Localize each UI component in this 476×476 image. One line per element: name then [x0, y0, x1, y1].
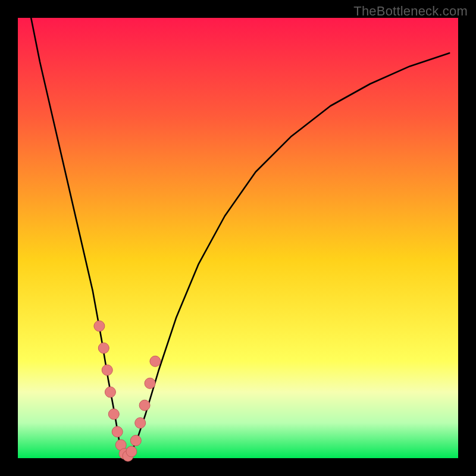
data-marker: [150, 356, 161, 367]
data-marker: [130, 435, 141, 446]
data-marker: [102, 365, 112, 375]
data-marker: [135, 418, 146, 428]
data-marker: [94, 321, 105, 331]
data-marker: [139, 400, 150, 411]
chart-frame: TheBottleneck.com: [0, 0, 476, 476]
data-marker: [145, 378, 155, 389]
data-marker: [98, 343, 109, 353]
data-marker: [112, 427, 123, 437]
bottleneck-curve: [31, 18, 449, 456]
chart-svg: [0, 0, 476, 476]
data-marker: [105, 387, 115, 397]
data-marker: [108, 409, 119, 419]
data-marker: [126, 446, 137, 457]
